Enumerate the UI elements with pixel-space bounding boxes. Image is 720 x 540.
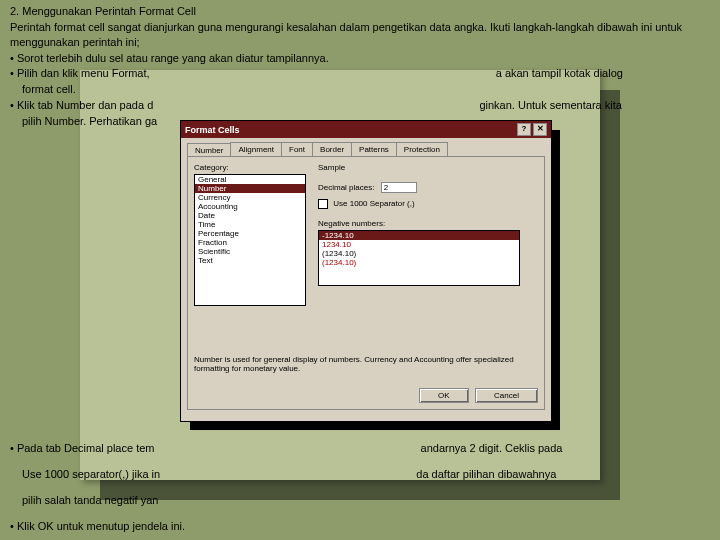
neg-opt-4[interactable]: (1234.10): [319, 258, 519, 267]
right-panel: Sample Decimal places: 2 Use 1000 Separa…: [318, 163, 528, 286]
cat-currency[interactable]: Currency: [195, 193, 305, 202]
cat-fraction[interactable]: Fraction: [195, 238, 305, 247]
neg-opt-3[interactable]: (1234.10): [319, 249, 519, 258]
negative-label: Negative numbers:: [318, 219, 528, 228]
separator-label: Use 1000 Separator (,): [333, 199, 414, 208]
help-icon[interactable]: ?: [517, 123, 531, 136]
decimal-label: Decimal places:: [318, 183, 374, 192]
separator-checkbox-row[interactable]: Use 1000 Separator (,): [318, 199, 528, 209]
cat-number[interactable]: Number: [195, 184, 305, 193]
tab-patterns[interactable]: Patterns: [351, 142, 397, 156]
decimal-row: Decimal places: 2: [318, 182, 528, 193]
bullet-5: • Klik OK untuk menutup jendela ini.: [10, 519, 710, 534]
tab-alignment[interactable]: Alignment: [230, 142, 282, 156]
cat-time[interactable]: Time: [195, 220, 305, 229]
section-heading: 2. Menggunakan Perintah Format Cell: [10, 4, 710, 19]
cat-date[interactable]: Date: [195, 211, 305, 220]
dialog-titlebar: Format Cells ? ✕: [181, 121, 551, 138]
format-cells-dialog: Format Cells ? ✕ Number Alignment Font B…: [180, 120, 552, 422]
neg-opt-1[interactable]: -1234.10: [319, 231, 519, 240]
tab-protection[interactable]: Protection: [396, 142, 448, 156]
document-text-top: 2. Menggunakan Perintah Format Cell Peri…: [10, 4, 710, 130]
cat-accounting[interactable]: Accounting: [195, 202, 305, 211]
cat-percentage[interactable]: Percentage: [195, 229, 305, 238]
cat-text[interactable]: Text: [195, 256, 305, 265]
close-icon[interactable]: ✕: [533, 123, 547, 136]
tab-number[interactable]: Number: [187, 143, 231, 157]
bullet-2-line1: • Pilih dan klik menu Format, a akan tam…: [10, 66, 710, 81]
negative-list[interactable]: -1234.10 1234.10 (1234.10) (1234.10): [318, 230, 520, 286]
ok-button[interactable]: OK: [419, 388, 469, 403]
cancel-button[interactable]: Cancel: [475, 388, 538, 403]
category-list[interactable]: General Number Currency Accounting Date …: [194, 174, 306, 306]
number-description: Number is used for general display of nu…: [194, 355, 524, 373]
bullet-4-line2: Use 1000 separator(,) jika in da daftar …: [10, 467, 710, 482]
tab-panel-number: Category: General Number Currency Accoun…: [187, 156, 545, 410]
bullet-2-line2: format cell.: [10, 82, 710, 97]
bullet-4-line1: • Pada tab Decimal place tem andarnya 2 …: [10, 441, 710, 456]
document-text-bottom: • Pada tab Decimal place tem andarnya 2 …: [10, 430, 710, 540]
bullet-4-line3: pilih salah tanda negatif yan: [10, 493, 710, 508]
bullet-1: • Sorot terlebih dulu sel atau range yan…: [10, 51, 710, 66]
checkbox-icon[interactable]: [318, 199, 328, 209]
dialog-tabs: Number Alignment Font Border Patterns Pr…: [187, 142, 545, 156]
cat-scientific[interactable]: Scientific: [195, 247, 305, 256]
dialog-buttons: OK Cancel: [415, 388, 538, 403]
decimal-spinner[interactable]: 2: [381, 182, 417, 193]
sample-label: Sample: [318, 163, 528, 172]
cat-general[interactable]: General: [195, 175, 305, 184]
bullet-3-line1: • Klik tab Number dan pada d ginkan. Unt…: [10, 98, 710, 113]
tab-font[interactable]: Font: [281, 142, 313, 156]
tab-border[interactable]: Border: [312, 142, 352, 156]
dialog-title: Format Cells: [185, 125, 240, 135]
para-1: Perintah format cell sangat dianjurkan g…: [10, 20, 710, 50]
neg-opt-2[interactable]: 1234.10: [319, 240, 519, 249]
